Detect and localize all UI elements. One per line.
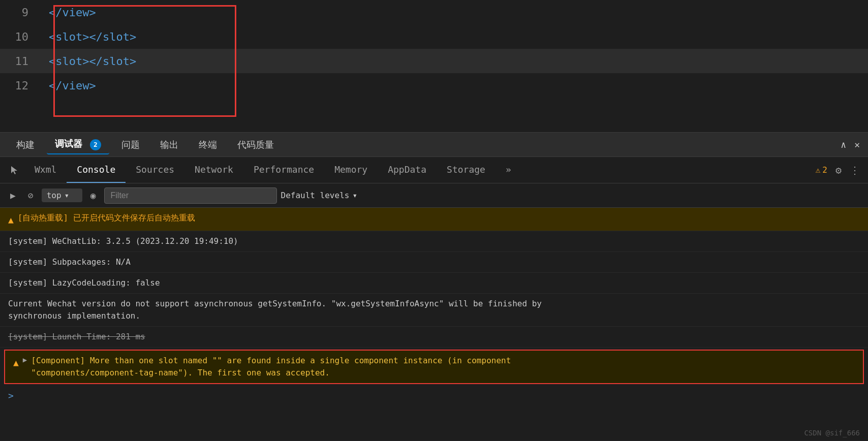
tab-code-quality[interactable]: 代码质量: [229, 136, 282, 154]
line-number-9: 9: [0, 6, 41, 19]
code-line-12: 12 </view>: [0, 73, 868, 98]
tab-output[interactable]: 输出: [152, 136, 187, 154]
line-number-11: 11: [0, 55, 41, 68]
context-label: top: [47, 191, 61, 200]
code-line-11: 11 <slot></slot>: [0, 49, 868, 73]
devtools-tabs-right: ⚠ 2 ⚙ ⋮: [816, 164, 864, 176]
code-line-10: 10 <slot></slot>: [0, 24, 868, 49]
cursor-icon[interactable]: [4, 157, 24, 183]
console-text-2: [system] Subpackages: N/A: [8, 256, 131, 268]
execute-button[interactable]: ▶: [6, 188, 20, 203]
levels-label: Default levels: [281, 191, 350, 200]
console-text-6: [Component] More than one slot named "" …: [31, 355, 511, 379]
console-text-3: [system] LazyCodeLoading: false: [8, 277, 160, 289]
console-msg-4: Current Wechat version do not support as…: [0, 294, 868, 327]
console-msg-3: [system] LazyCodeLoading: false: [0, 273, 868, 294]
console-text-1: [system] WeChatLib: 3.2.5 (2023.12.20 19…: [8, 235, 238, 247]
tab-issues[interactable]: 问题: [113, 136, 148, 154]
clear-button[interactable]: ⊘: [24, 188, 38, 203]
code-content-9: </view>: [41, 6, 96, 19]
warning-triangle-icon: ⚠: [816, 165, 821, 175]
settings-icon[interactable]: ⚙: [835, 164, 842, 176]
filter-input[interactable]: [104, 187, 277, 204]
tab-storage[interactable]: Storage: [437, 157, 495, 183]
devtools-panel: 构建 调试器 2 问题 输出 终端 代码质量 ∧ ✕ Wxml Console …: [0, 132, 868, 441]
dropdown-arrow-icon: ▾: [65, 191, 70, 200]
code-content-11: <slot></slot>: [41, 55, 136, 68]
line-number-12: 12: [0, 79, 41, 92]
tab-memory[interactable]: Memory: [324, 157, 378, 183]
warning-count: 2: [822, 165, 827, 175]
top-tabs-bar: 构建 调试器 2 问题 输出 终端 代码质量 ∧ ✕: [0, 133, 868, 157]
context-selector[interactable]: top ▾: [42, 188, 82, 202]
code-editor: 9 </view> 10 <slot></slot> 11 <slot></sl…: [0, 0, 868, 132]
tab-sources[interactable]: Sources: [126, 157, 184, 183]
more-options-icon[interactable]: ⋮: [850, 164, 860, 176]
code-content-12: </view>: [41, 79, 96, 92]
tab-build[interactable]: 构建: [8, 136, 43, 154]
tab-terminal[interactable]: 终端: [191, 136, 225, 154]
console-toolbar: ▶ ⊘ top ▾ ◉ Default levels ▾: [0, 183, 868, 208]
console-msg-2: [system] Subpackages: N/A: [0, 252, 868, 273]
watermark: CSDN @sif_666: [804, 429, 860, 437]
line-number-10: 10: [0, 30, 41, 43]
collapse-icon[interactable]: ∧: [841, 139, 846, 150]
warning-badge: ⚠ 2: [816, 165, 827, 175]
devtools-inner-tabs: Wxml Console Sources Network Performance…: [0, 157, 868, 183]
debugger-badge: 2: [90, 139, 101, 150]
top-tabs-right: ∧ ✕: [841, 139, 860, 150]
warning-icon-0: ▲: [8, 213, 14, 227]
prompt-arrow-icon: >: [8, 390, 14, 401]
levels-arrow-icon: ▾: [352, 191, 357, 200]
console-text-0: [自动热重载] 已开启代码文件保存后自动热重载: [18, 212, 195, 224]
console-text-4: Current Wechat version do not support as…: [8, 298, 542, 322]
tab-debugger[interactable]: 调试器 2: [47, 135, 109, 154]
tab-console[interactable]: Console: [67, 157, 126, 183]
tab-wxml[interactable]: Wxml: [24, 157, 67, 183]
tab-performance[interactable]: Performance: [243, 157, 324, 183]
console-output[interactable]: ▲ [自动热重载] 已开启代码文件保存后自动热重载 [system] WeCha…: [0, 208, 868, 440]
console-msg-1: [system] WeChatLib: 3.2.5 (2023.12.20 19…: [0, 231, 868, 252]
close-devtools-button[interactable]: ✕: [854, 139, 860, 150]
expand-arrow-icon[interactable]: ▶: [23, 355, 27, 365]
tab-appdata[interactable]: AppData: [378, 157, 437, 183]
console-msg-warning-bordered: ▲ ▶ [Component] More than one slot named…: [4, 350, 864, 384]
eye-icon[interactable]: ◉: [86, 188, 100, 203]
console-text-5: [system] Launch Time: 281 ms: [8, 331, 145, 343]
console-msg-0: ▲ [自动热重载] 已开启代码文件保存后自动热重载: [0, 208, 868, 231]
code-content-10: <slot></slot>: [41, 30, 136, 43]
warning-icon-6: ▲: [13, 356, 19, 369]
console-msg-5: [system] Launch Time: 281 ms: [0, 327, 868, 348]
levels-selector[interactable]: Default levels ▾: [281, 191, 358, 200]
tab-network[interactable]: Network: [184, 157, 243, 183]
console-prompt[interactable]: >: [0, 386, 868, 405]
tab-more[interactable]: »: [495, 157, 521, 183]
code-line-9: 9 </view>: [0, 0, 868, 24]
